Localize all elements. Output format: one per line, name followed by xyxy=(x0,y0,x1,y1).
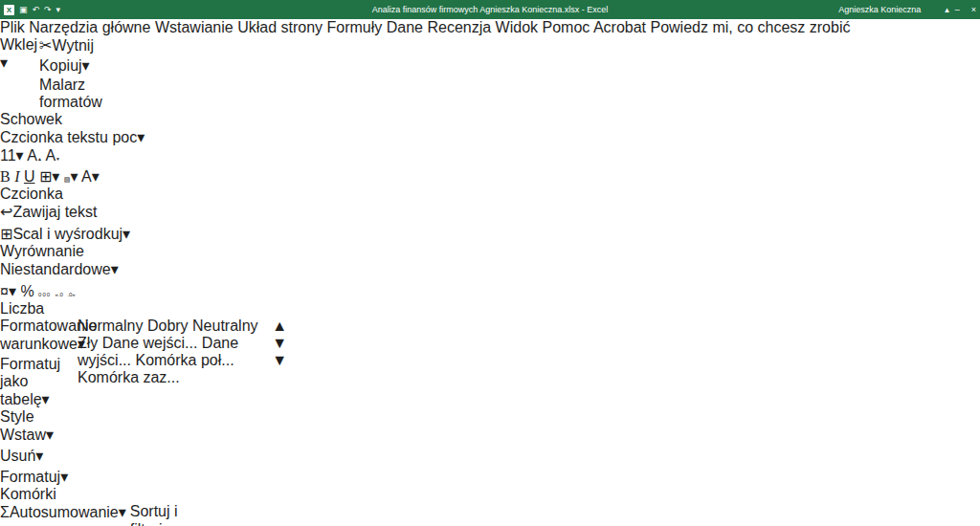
cell-styles-gallery: Normalny Dobry Neutralny Zły Dane wejści… xyxy=(78,318,269,408)
font-name-select[interactable]: Czcionka tekstu poc▾ xyxy=(0,129,145,145)
format-as-table-button[interactable]: Formatuj jako tabelę▾ xyxy=(0,356,75,408)
gallery-up-icon[interactable]: ▲ xyxy=(272,318,287,334)
font-size-select[interactable]: 11▾ xyxy=(0,147,24,164)
font-color-button[interactable]: A▾ xyxy=(81,168,100,185)
close-button[interactable]: × xyxy=(971,5,976,14)
currency-format-icon[interactable]: ¤▾ xyxy=(0,283,16,299)
gallery-more-icon[interactable]: ▼ xyxy=(272,352,287,368)
percent-style-icon[interactable]: % xyxy=(20,283,33,299)
fill-color-button[interactable]: ▨▾ xyxy=(64,168,78,185)
tab-insert[interactable]: Wstawianie xyxy=(155,19,234,35)
comma-style-icon[interactable]: 000 xyxy=(38,292,51,297)
decrease-decimal-icon[interactable]: .0» xyxy=(67,292,75,297)
excel-app-icon[interactable]: X xyxy=(4,5,14,15)
ribbon: Wklej ▾ ✂Wytnij Kopiuj▾ Malarz formatów … xyxy=(0,36,980,526)
tab-formulas[interactable]: Formuły xyxy=(327,19,383,35)
wrap-text-button[interactable]: ↩Zawijaj tekst xyxy=(0,204,97,220)
group-cells: Wstaw▾ Usuń▾ Formatuj▾ Komórki xyxy=(0,426,71,503)
tab-data[interactable]: Dane xyxy=(387,19,423,35)
number-format-select[interactable]: Niestandardowe▾ xyxy=(0,261,119,277)
group-clipboard: Wklej ▾ ✂Wytnij Kopiuj▾ Malarz formatów … xyxy=(0,36,84,128)
tab-review[interactable]: Recenzja xyxy=(427,19,491,35)
title-bar: X ▣ ↶ ↷ ▾ Analiza finansów firmowych Agn… xyxy=(0,0,980,19)
decrease-font-icon[interactable]: A▼ xyxy=(45,147,60,164)
format-cells-button[interactable]: Formatuj▾ xyxy=(0,468,71,486)
increase-font-icon[interactable]: A▲ xyxy=(27,147,42,164)
conditional-formatting-button[interactable]: Formatowanie warunkowe▾ xyxy=(0,318,75,353)
borders-icon: ⊞ xyxy=(39,168,52,185)
tab-view[interactable]: Widok xyxy=(496,19,538,35)
style-good[interactable]: Dobry xyxy=(147,318,189,334)
autosum-button[interactable]: ΣAutosumowanie▾ xyxy=(0,503,126,521)
style-normal[interactable]: Normalny xyxy=(78,318,143,334)
gallery-down-icon[interactable]: ▼ xyxy=(272,335,287,351)
scissors-icon: ✂ xyxy=(39,37,52,54)
increase-decimal-icon[interactable]: «.0 xyxy=(56,292,63,297)
tab-file[interactable]: Plik xyxy=(0,19,25,35)
cut-button[interactable]: ✂Wytnij xyxy=(39,36,102,55)
copy-button[interactable]: Kopiuj▾ xyxy=(39,56,102,75)
merge-center-icon: ⊞ xyxy=(0,226,12,242)
style-bad[interactable]: Zły xyxy=(78,335,98,351)
group-styles: Formatowanie warunkowe▾ Formatuj jako ta… xyxy=(0,318,289,426)
paste-button[interactable]: Wklej ▾ xyxy=(0,36,37,111)
italic-button[interactable]: I xyxy=(14,168,19,185)
window-title: Analiza finansów firmowych Agnieszka Kon… xyxy=(0,5,980,14)
group-alignment: ↩Zawijaj tekst ⊞Scal i wyśrodkuj▾ Wyrówn… xyxy=(0,203,142,260)
user-avatar[interactable] xyxy=(926,4,939,16)
qat-dropdown-icon[interactable]: ▾ xyxy=(56,5,61,14)
tab-page-layout[interactable]: Układ strony xyxy=(237,19,323,35)
delete-cells-button[interactable]: Usuń▾ xyxy=(0,447,71,465)
tab-home[interactable]: Narzędzia główne xyxy=(29,19,150,35)
quick-access-toolbar: X ▣ ↶ ↷ ▾ xyxy=(4,5,60,15)
sigma-icon: Σ xyxy=(0,504,10,520)
font-color-icon: A xyxy=(81,168,92,185)
merge-center-button[interactable]: ⊞Scal i wyśrodkuj▾ xyxy=(0,226,130,242)
group-number: Niestandardowe▾ ¤▾ % 000 «.0 .0» Liczba xyxy=(0,260,96,318)
user-name[interactable]: Agnieszka Konieczna xyxy=(838,5,921,14)
ribbon-display-options-icon[interactable]: ▴ xyxy=(945,5,949,14)
style-input[interactable]: Dane wejści... xyxy=(102,335,198,351)
save-icon[interactable]: ▣ xyxy=(19,5,28,14)
group-font: Czcionka tekstu poc▾ 11▾ A▲ A▼ B I U ⊞▾ … xyxy=(0,128,161,203)
insert-cells-button[interactable]: Wstaw▾ xyxy=(0,426,71,444)
group-editing: ΣAutosumowanie▾ ↓Wypełnij▾ Wyczyść▾ Sort… xyxy=(0,503,153,526)
undo-icon[interactable]: ↶ xyxy=(33,5,40,14)
format-painter-button[interactable]: Malarz formatów xyxy=(39,77,102,111)
wrap-text-icon: ↩ xyxy=(0,204,12,220)
ribbon-tab-row: Plik Narzędzia główne Wstawianie Układ s… xyxy=(0,19,980,36)
style-neutral[interactable]: Neutralny xyxy=(192,318,257,334)
minimize-button[interactable]: – xyxy=(955,5,960,14)
style-linked-cell[interactable]: Komórka poł... xyxy=(135,352,234,368)
borders-button[interactable]: ⊞▾ xyxy=(39,168,59,185)
bold-button[interactable]: B xyxy=(0,168,11,185)
sort-filter-button[interactable]: Sortuj i filtruj▾ xyxy=(130,503,194,526)
redo-icon[interactable]: ↷ xyxy=(44,5,52,14)
underline-button[interactable]: U xyxy=(24,168,35,185)
tab-help[interactable]: Pomoc xyxy=(543,19,590,35)
tab-acrobat[interactable]: Acrobat xyxy=(593,19,646,35)
tell-me-box[interactable]: Powiedz mi, co chcesz zrobić xyxy=(650,19,850,35)
style-check-cell[interactable]: Komórka zaz... xyxy=(78,369,180,385)
